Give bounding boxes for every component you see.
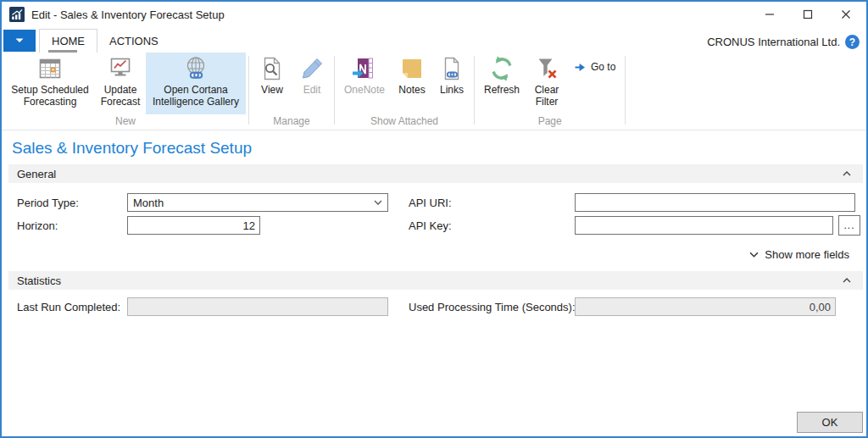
refresh-icon <box>488 55 515 82</box>
go-to-label: Go to <box>591 61 615 73</box>
chevron-down-icon <box>749 252 759 258</box>
section-label-general: General <box>17 168 56 180</box>
ribbon-tab-strip: HOME ACTIONS CRONUS International Ltd. ? <box>2 27 866 53</box>
api-uri-input[interactable] <box>575 193 855 212</box>
ribbon-button-label: Notes <box>398 84 425 96</box>
close-button[interactable] <box>826 2 865 27</box>
show-more-fields-label: Show more fields <box>765 248 849 261</box>
chevron-down-icon <box>374 200 382 205</box>
ribbon-group-label-manage: Manage <box>252 114 331 130</box>
tab-actions[interactable]: ACTIONS <box>97 29 170 53</box>
sticky-note-icon <box>398 55 426 82</box>
tab-home-label: HOME <box>52 35 85 47</box>
maximize-icon <box>803 9 813 19</box>
ok-button[interactable]: OK <box>797 412 863 433</box>
show-more-fields-link[interactable]: Show more fields <box>749 248 849 261</box>
minimize-icon <box>765 9 775 19</box>
schedule-grid-icon <box>36 55 64 82</box>
maximize-button[interactable] <box>788 2 826 27</box>
ribbon-group-new: Setup Scheduled Forecasting Update Forec… <box>5 53 246 130</box>
update-forecast-button[interactable]: Update Forecast <box>95 53 146 114</box>
title-bar: Edit - Sales & Inventory Forecast Setup <box>2 2 866 27</box>
close-icon <box>841 9 851 19</box>
window-controls <box>750 2 865 27</box>
ribbon-group-manage: View Edit Manage <box>252 53 331 130</box>
last-run-completed-label: Last Run Completed: <box>17 301 120 313</box>
api-uri-label: API URI: <box>409 197 452 209</box>
ribbon-group-label-page: Page <box>477 114 622 130</box>
api-key-label: API Key: <box>409 219 452 232</box>
horizon-label: Horizon: <box>17 219 58 232</box>
view-button[interactable]: View <box>252 53 292 114</box>
onenote-button[interactable]: OneNote <box>337 53 392 114</box>
ribbon-separator <box>474 56 475 125</box>
ribbon-button-label: Links <box>440 84 464 96</box>
ribbon-button-label: Open Cortana Intelligence Gallery <box>149 84 242 108</box>
section-header-statistics[interactable]: Statistics <box>8 271 863 290</box>
ribbon-button-label: Clear Filter <box>530 84 564 108</box>
ribbon-button-label: View <box>261 84 283 96</box>
company-area: CRONUS International Ltd. ? <box>707 35 866 53</box>
setup-scheduled-forecasting-button[interactable]: Setup Scheduled Forecasting <box>5 53 95 114</box>
ribbon-button-label: OneNote <box>344 84 385 96</box>
page-title: Sales & Inventory Forecast Setup <box>12 139 252 158</box>
used-processing-time-label: Used Processing Time (Seconds): <box>409 301 576 313</box>
ribbon: Setup Scheduled Forecasting Update Forec… <box>2 53 866 130</box>
clear-filter-icon <box>533 55 560 82</box>
ribbon-separator <box>248 56 249 125</box>
api-key-input[interactable] <box>575 216 833 235</box>
company-name: CRONUS International Ltd. <box>707 36 840 48</box>
collapse-statistics-button[interactable] <box>843 278 851 283</box>
chevron-down-icon <box>15 38 24 43</box>
period-type-label: Period Type: <box>17 197 79 209</box>
globe-link-icon <box>182 55 209 82</box>
clear-filter-button[interactable]: Clear Filter <box>526 53 567 114</box>
used-processing-time-input <box>575 297 836 316</box>
open-cortana-intelligence-gallery-button[interactable]: Open Cortana Intelligence Gallery <box>146 53 246 114</box>
tab-actions-label: ACTIONS <box>109 35 159 47</box>
ribbon-button-label: Update Forecast <box>98 84 142 108</box>
document-magnifier-icon <box>259 55 286 82</box>
ribbon-group-page: Refresh Clear Filter Go to Page <box>477 53 622 130</box>
edit-button[interactable]: Edit <box>292 53 331 114</box>
ribbon-button-label: Edit <box>303 84 321 96</box>
ribbon-button-label: Setup Scheduled Forecasting <box>8 84 92 108</box>
document-link-icon <box>438 55 465 82</box>
horizon-input[interactable] <box>127 216 260 235</box>
section-label-statistics: Statistics <box>17 274 61 287</box>
notes-button[interactable]: Notes <box>392 53 432 114</box>
go-to-arrow-icon <box>574 63 587 72</box>
window-title: Edit - Sales & Inventory Forecast Setup <box>31 8 225 21</box>
go-to-button[interactable]: Go to <box>567 59 622 75</box>
app-window: Edit - Sales & Inventory Forecast Setup … <box>0 0 868 438</box>
forecast-monitor-icon <box>107 55 134 82</box>
ribbon-separator <box>334 56 335 125</box>
ribbon-button-label: Refresh <box>484 84 520 96</box>
last-run-completed-input <box>127 297 388 316</box>
collapse-general-button[interactable] <box>843 171 851 176</box>
section-header-general[interactable]: General <box>8 164 863 183</box>
period-type-dropdown[interactable]: Month <box>127 193 388 212</box>
ribbon-group-label-show-attached: Show Attached <box>337 114 471 130</box>
application-menu-button[interactable] <box>3 30 36 52</box>
ribbon-separator <box>625 56 626 125</box>
chevron-up-icon <box>843 171 851 176</box>
api-key-assist-button[interactable]: ... <box>838 215 860 236</box>
app-logo-chart-icon <box>9 7 25 22</box>
ribbon-group-show-attached: OneNote Notes Links Show Attached <box>337 53 471 130</box>
ribbon-group-label-new: New <box>5 114 246 130</box>
onenote-icon <box>351 55 378 82</box>
minimize-button[interactable] <box>750 2 788 27</box>
period-type-value: Month <box>133 197 374 209</box>
links-button[interactable]: Links <box>432 53 471 114</box>
chevron-up-icon <box>843 278 851 283</box>
pencil-icon <box>298 55 326 82</box>
help-icon[interactable]: ? <box>845 35 860 49</box>
refresh-button[interactable]: Refresh <box>477 53 526 114</box>
tab-home[interactable]: HOME <box>39 29 97 53</box>
